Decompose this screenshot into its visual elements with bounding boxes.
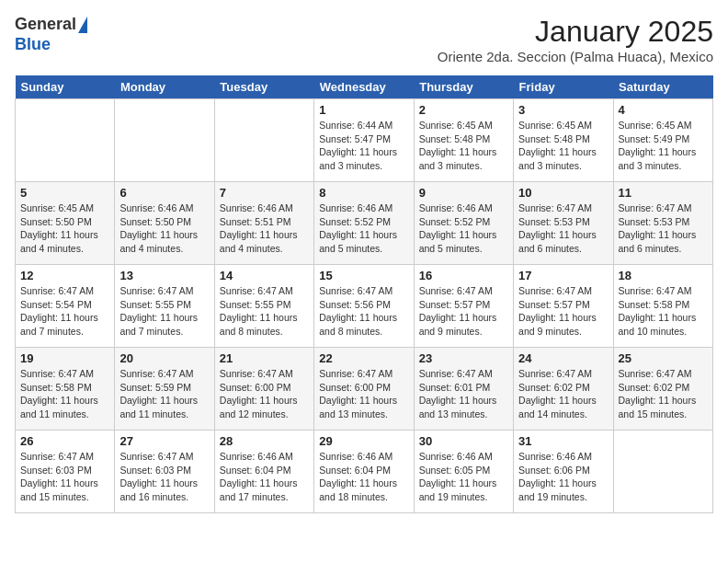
calendar-cell	[115, 99, 214, 182]
day-number: 12	[20, 269, 109, 282]
day-number: 24	[518, 351, 608, 365]
calendar-cell: 24Sunrise: 6:47 AMSunset: 6:02 PMDayligh…	[514, 348, 613, 431]
day-number: 15	[319, 269, 408, 282]
day-info: Sunrise: 6:47 AMSunset: 5:56 PMDaylight:…	[319, 284, 408, 339]
day-info: Sunrise: 6:47 AMSunset: 5:59 PMDaylight:…	[119, 367, 209, 421]
day-info: Sunrise: 6:47 AMSunset: 5:58 PMDaylight:…	[619, 284, 708, 339]
day-info: Sunrise: 6:45 AMSunset: 5:48 PMDaylight:…	[518, 119, 608, 173]
calendar-week-row: 12Sunrise: 6:47 AMSunset: 5:54 PMDayligh…	[16, 265, 713, 348]
weekday-header: Friday	[514, 75, 613, 99]
day-info: Sunrise: 6:47 AMSunset: 6:02 PMDaylight:…	[619, 367, 708, 421]
calendar-week-row: 26Sunrise: 6:47 AMSunset: 6:03 PMDayligh…	[16, 431, 713, 513]
day-info: Sunrise: 6:47 AMSunset: 5:55 PMDaylight:…	[220, 284, 309, 339]
calendar-cell	[214, 99, 313, 182]
calendar-cell: 14Sunrise: 6:47 AMSunset: 5:55 PMDayligh…	[214, 265, 313, 348]
calendar-week-row: 19Sunrise: 6:47 AMSunset: 5:58 PMDayligh…	[16, 348, 713, 431]
day-info: Sunrise: 6:47 AMSunset: 5:53 PMDaylight:…	[619, 201, 708, 256]
month-title: January 2025	[438, 15, 713, 49]
page-header: General Blue January 2025 Oriente 2da. S…	[15, 15, 713, 64]
day-info: Sunrise: 6:47 AMSunset: 6:01 PMDaylight:…	[419, 367, 508, 421]
day-number: 31	[518, 434, 608, 448]
day-info: Sunrise: 6:46 AMSunset: 6:04 PMDaylight:…	[220, 450, 309, 504]
day-number: 18	[619, 269, 708, 282]
day-info: Sunrise: 6:46 AMSunset: 5:51 PMDaylight:…	[220, 201, 309, 256]
day-number: 11	[619, 186, 708, 200]
day-info: Sunrise: 6:47 AMSunset: 5:57 PMDaylight:…	[419, 284, 508, 339]
calendar-week-row: 5Sunrise: 6:45 AMSunset: 5:50 PMDaylight…	[16, 182, 713, 265]
day-info: Sunrise: 6:47 AMSunset: 5:57 PMDaylight:…	[518, 284, 608, 339]
day-number: 29	[319, 434, 408, 448]
calendar-cell: 3Sunrise: 6:45 AMSunset: 5:48 PMDaylight…	[514, 99, 613, 182]
day-info: Sunrise: 6:45 AMSunset: 5:49 PMDaylight:…	[619, 119, 708, 173]
day-number: 16	[419, 269, 508, 282]
day-number: 25	[619, 351, 708, 365]
day-number: 8	[319, 186, 408, 200]
logo-blue: Blue	[15, 35, 51, 55]
calendar-cell: 17Sunrise: 6:47 AMSunset: 5:57 PMDayligh…	[514, 265, 613, 348]
day-info: Sunrise: 6:47 AMSunset: 5:54 PMDaylight:…	[20, 284, 109, 339]
calendar-cell: 28Sunrise: 6:46 AMSunset: 6:04 PMDayligh…	[214, 431, 313, 513]
calendar-cell: 21Sunrise: 6:47 AMSunset: 6:00 PMDayligh…	[214, 348, 313, 431]
calendar-cell: 7Sunrise: 6:46 AMSunset: 5:51 PMDaylight…	[214, 182, 313, 265]
day-info: Sunrise: 6:46 AMSunset: 5:52 PMDaylight:…	[419, 201, 508, 256]
day-info: Sunrise: 6:47 AMSunset: 5:55 PMDaylight:…	[119, 284, 209, 339]
day-info: Sunrise: 6:47 AMSunset: 6:00 PMDaylight:…	[319, 367, 408, 421]
day-number: 14	[220, 269, 309, 282]
calendar-cell: 13Sunrise: 6:47 AMSunset: 5:55 PMDayligh…	[115, 265, 214, 348]
calendar-cell: 20Sunrise: 6:47 AMSunset: 5:59 PMDayligh…	[115, 348, 214, 431]
calendar-cell: 18Sunrise: 6:47 AMSunset: 5:58 PMDayligh…	[613, 265, 712, 348]
calendar-cell: 8Sunrise: 6:46 AMSunset: 5:52 PMDaylight…	[314, 182, 414, 265]
day-number: 17	[518, 269, 608, 282]
logo-general: General	[15, 15, 76, 35]
calendar-cell: 6Sunrise: 6:46 AMSunset: 5:50 PMDaylight…	[115, 182, 214, 265]
day-number: 1	[319, 103, 408, 117]
day-number: 10	[518, 186, 608, 200]
day-number: 30	[419, 434, 508, 448]
calendar-cell: 10Sunrise: 6:47 AMSunset: 5:53 PMDayligh…	[514, 182, 613, 265]
day-info: Sunrise: 6:46 AMSunset: 6:06 PMDaylight:…	[518, 450, 608, 504]
calendar-cell: 19Sunrise: 6:47 AMSunset: 5:58 PMDayligh…	[16, 348, 115, 431]
calendar-cell: 25Sunrise: 6:47 AMSunset: 6:02 PMDayligh…	[613, 348, 712, 431]
day-info: Sunrise: 6:47 AMSunset: 5:58 PMDaylight:…	[20, 367, 109, 421]
calendar-cell: 11Sunrise: 6:47 AMSunset: 5:53 PMDayligh…	[613, 182, 712, 265]
day-info: Sunrise: 6:44 AMSunset: 5:47 PMDaylight:…	[319, 119, 408, 173]
calendar-cell	[613, 431, 712, 513]
day-number: 2	[419, 103, 508, 117]
calendar-cell: 30Sunrise: 6:46 AMSunset: 6:05 PMDayligh…	[414, 431, 513, 513]
day-info: Sunrise: 6:46 AMSunset: 6:05 PMDaylight:…	[419, 450, 508, 504]
day-info: Sunrise: 6:47 AMSunset: 5:53 PMDaylight:…	[518, 201, 608, 256]
calendar-cell: 22Sunrise: 6:47 AMSunset: 6:00 PMDayligh…	[314, 348, 414, 431]
calendar-cell: 2Sunrise: 6:45 AMSunset: 5:48 PMDaylight…	[414, 99, 513, 182]
weekday-header: Wednesday	[314, 75, 414, 99]
day-info: Sunrise: 6:46 AMSunset: 5:52 PMDaylight:…	[319, 201, 408, 256]
calendar-week-row: 1Sunrise: 6:44 AMSunset: 5:47 PMDaylight…	[16, 99, 713, 182]
day-number: 26	[20, 434, 109, 448]
logo-triangle-icon	[78, 17, 87, 33]
logo: General Blue	[15, 15, 87, 54]
day-number: 23	[419, 351, 508, 365]
day-number: 21	[220, 351, 309, 365]
weekday-header: Thursday	[414, 75, 513, 99]
weekday-header-row: SundayMondayTuesdayWednesdayThursdayFrid…	[16, 75, 713, 99]
calendar-cell: 26Sunrise: 6:47 AMSunset: 6:03 PMDayligh…	[16, 431, 115, 513]
day-number: 28	[220, 434, 309, 448]
day-info: Sunrise: 6:47 AMSunset: 6:03 PMDaylight:…	[119, 450, 209, 504]
day-number: 13	[119, 269, 209, 282]
weekday-header: Tuesday	[214, 75, 313, 99]
location: Oriente 2da. Seccion (Palma Huaca), Mexi…	[438, 49, 713, 64]
day-number: 9	[419, 186, 508, 200]
calendar-cell: 1Sunrise: 6:44 AMSunset: 5:47 PMDaylight…	[314, 99, 414, 182]
day-info: Sunrise: 6:47 AMSunset: 6:00 PMDaylight:…	[220, 367, 309, 421]
calendar-cell: 16Sunrise: 6:47 AMSunset: 5:57 PMDayligh…	[414, 265, 513, 348]
day-info: Sunrise: 6:47 AMSunset: 6:02 PMDaylight:…	[518, 367, 608, 421]
day-number: 6	[119, 186, 209, 200]
day-number: 3	[518, 103, 608, 117]
calendar-cell: 31Sunrise: 6:46 AMSunset: 6:06 PMDayligh…	[514, 431, 613, 513]
calendar-cell: 27Sunrise: 6:47 AMSunset: 6:03 PMDayligh…	[115, 431, 214, 513]
day-info: Sunrise: 6:46 AMSunset: 6:04 PMDaylight:…	[319, 450, 408, 504]
calendar-cell: 15Sunrise: 6:47 AMSunset: 5:56 PMDayligh…	[314, 265, 414, 348]
day-info: Sunrise: 6:47 AMSunset: 6:03 PMDaylight:…	[20, 450, 109, 504]
title-block: January 2025 Oriente 2da. Seccion (Palma…	[438, 15, 713, 64]
calendar-cell	[16, 99, 115, 182]
day-info: Sunrise: 6:45 AMSunset: 5:50 PMDaylight:…	[20, 201, 109, 256]
